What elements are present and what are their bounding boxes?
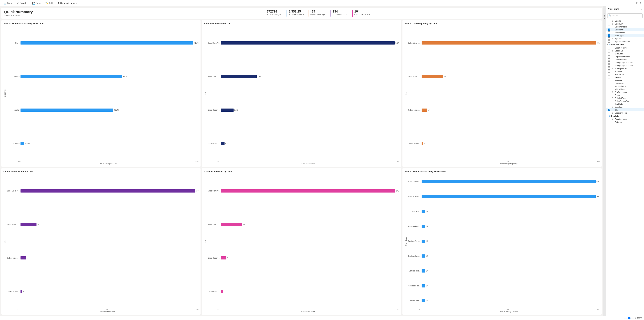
- sidebar-item-28[interactable]: StartDate: [606, 102, 644, 105]
- edit-button[interactable]: ✏️ Edit: [44, 1, 54, 5]
- checkbox-29[interactable]: [608, 106, 610, 108]
- bar-5-0: [422, 180, 596, 183]
- field-icon-33: ☰: [611, 118, 614, 120]
- sidebar-item-34[interactable]: DateKey: [606, 121, 644, 124]
- export-button[interactable]: ↗ Export ▾: [16, 1, 29, 5]
- bar-row-0-1: Online 0.10M: [7, 75, 198, 78]
- sidebar-item-11[interactable]: BirthDate: [606, 52, 644, 55]
- sidebar-collapse-button[interactable]: ‹: [641, 8, 642, 10]
- zoom-slider[interactable]: [624, 318, 634, 318]
- sidebar-item-0[interactable]: Σ StoreId: [606, 19, 644, 22]
- sidebar-item-17[interactable]: EndDate: [606, 70, 644, 73]
- checkbox-31[interactable]: [608, 112, 610, 114]
- checkbox-11[interactable]: [608, 53, 610, 55]
- file-icon: 📄: [4, 2, 6, 5]
- filters-panel[interactable]: Filters: [603, 6, 606, 316]
- zoom-in-button[interactable]: +: [635, 317, 636, 319]
- checkbox-23[interactable]: [608, 88, 610, 90]
- bar-label-5-8: Contoso Burli...: [408, 300, 420, 302]
- sidebar-item-4[interactable]: StorePhone: [606, 31, 644, 34]
- sidebar-item-19[interactable]: Gender: [606, 76, 644, 79]
- bar-label-0-0: Store: [7, 42, 20, 44]
- sidebar-item-7[interactable]: ZipCodeExtension: [606, 40, 644, 43]
- sidebar-item-26[interactable]: Σ SalariedFlag: [606, 97, 644, 100]
- checkbox-13[interactable]: [608, 59, 610, 61]
- checkbox-34[interactable]: [608, 121, 610, 123]
- field-label-27: SalesPersonFlag: [615, 100, 630, 102]
- sidebar-item-27[interactable]: SalesPersonFlag: [606, 100, 644, 102]
- sidebar-item-18[interactable]: FirstName: [606, 73, 644, 76]
- checkbox-26[interactable]: [608, 97, 610, 99]
- checkbox-7[interactable]: [608, 40, 610, 43]
- checkbox-3[interactable]: ✓: [608, 29, 610, 31]
- field-label-10: BaseRate: [615, 50, 623, 52]
- checkbox-18[interactable]: [608, 73, 610, 76]
- checkbox-5[interactable]: ✓: [608, 35, 610, 37]
- sidebar-item-22[interactable]: MaritalStatus: [606, 85, 644, 88]
- maximize-button[interactable]: ⧉: [639, 2, 642, 5]
- zoom-out-button[interactable]: −: [622, 317, 623, 319]
- checkbox-20[interactable]: [608, 79, 610, 81]
- checkbox-30[interactable]: ✓: [608, 109, 610, 111]
- report-subtitle: SalesLakehouse: [4, 14, 36, 17]
- sidebar-item-12[interactable]: DepartmentName: [606, 55, 644, 58]
- sidebar-item-20[interactable]: HireDate: [606, 79, 644, 82]
- checkbox-22[interactable]: [608, 85, 610, 87]
- checkbox-33[interactable]: [608, 118, 610, 120]
- checkbox-27[interactable]: [608, 100, 610, 102]
- search-input[interactable]: [607, 14, 642, 18]
- checkbox-2[interactable]: [608, 26, 610, 28]
- sidebar-item-1[interactable]: Σ StoreKey: [606, 22, 644, 25]
- sidebar-item-6[interactable]: Σ ZipCode: [606, 37, 644, 40]
- checkbox-16[interactable]: [608, 67, 610, 70]
- sidebar-group-8[interactable]: ▾ ⊞ DimEmployee: [606, 43, 644, 46]
- sidebar-item-24[interactable]: Σ PayFrequency: [606, 91, 644, 94]
- sidebar-item-29[interactable]: Σ StoreKey: [606, 105, 644, 108]
- bar-label-4-2: Sales Region ...: [208, 257, 220, 259]
- sidebar-item-21[interactable]: LastName: [606, 82, 644, 85]
- checkbox-1[interactable]: [608, 23, 610, 25]
- save-button[interactable]: 💾 Save: [31, 1, 42, 5]
- sidebar-item-3[interactable]: ✓ StoreName: [606, 28, 644, 31]
- file-button[interactable]: 📄 File ▾: [2, 1, 14, 5]
- kpi-item-0: 372714 Sum of SellingAr...: [265, 10, 282, 17]
- sidebar-item-16[interactable]: Σ EmployeeKey: [606, 67, 644, 70]
- charts-grid: Sum of SellingAreaSize by StoreType Stor…: [2, 20, 602, 314]
- bar-value-1-1: 1.3K: [257, 76, 261, 77]
- sidebar-item-25[interactable]: Phone: [606, 94, 644, 97]
- checkbox-12[interactable]: [608, 56, 610, 58]
- checkbox-17[interactable]: [608, 70, 610, 73]
- sidebar-item-33[interactable]: ☰ Count of rows: [606, 118, 644, 121]
- checkbox-14[interactable]: [608, 61, 610, 64]
- sidebar-item-30[interactable]: ✓ Title: [606, 108, 644, 111]
- checkbox-21[interactable]: [608, 82, 610, 84]
- checkbox-9[interactable]: [608, 47, 610, 49]
- sidebar-item-23[interactable]: MiddleName: [606, 88, 644, 91]
- file-chevron: ▾: [11, 2, 12, 4]
- bar-wrapper-2-1: 46: [422, 75, 600, 78]
- checkbox-4[interactable]: [608, 32, 610, 34]
- bar-3-3: [20, 290, 22, 293]
- checkbox-24[interactable]: [608, 91, 610, 93]
- sidebar-item-9[interactable]: ☰ Count of rows: [606, 46, 644, 49]
- sidebar-item-31[interactable]: Σ VacationHours: [606, 111, 644, 114]
- minimize-button[interactable]: ⧠: [636, 2, 638, 5]
- field-label-20: HireDate: [615, 79, 622, 81]
- checkbox-10[interactable]: [608, 50, 610, 52]
- show-data-table-button[interactable]: ⊞ Show data table ▾: [56, 1, 78, 5]
- sidebar-item-13[interactable]: EmailAddress: [606, 58, 644, 61]
- checkbox-28[interactable]: [608, 103, 610, 105]
- checkbox-0[interactable]: [608, 20, 610, 22]
- sidebar-item-10[interactable]: Σ BaseRate: [606, 49, 644, 52]
- filters-label: Filters: [604, 13, 606, 19]
- checkbox-15[interactable]: [608, 64, 610, 67]
- sidebar-group-32[interactable]: ▾ ⊞ DimDate: [606, 114, 644, 118]
- checkbox-25[interactable]: [608, 94, 610, 96]
- checkbox-6[interactable]: [608, 37, 610, 40]
- sidebar-item-14[interactable]: EmergencyContactNa...: [606, 61, 644, 64]
- bar-value-4-3: 1: [224, 290, 224, 292]
- sidebar-item-2[interactable]: StoreManager: [606, 25, 644, 28]
- checkbox-19[interactable]: [608, 76, 610, 78]
- sidebar-item-15[interactable]: EmergencyContactPh...: [606, 64, 644, 67]
- sidebar-item-5[interactable]: ✓ StoreType: [606, 34, 644, 37]
